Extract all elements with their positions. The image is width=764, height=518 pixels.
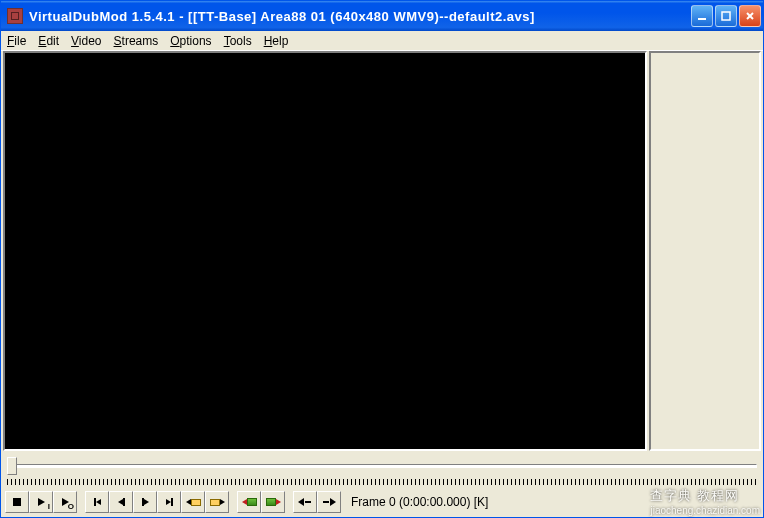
mark-in-button[interactable]	[293, 491, 317, 513]
close-icon	[745, 11, 755, 21]
menu-file[interactable]: File	[7, 34, 26, 48]
step-back-button[interactable]	[109, 491, 133, 513]
slider-track	[7, 464, 757, 468]
watermark: 查字典 教程网 jiaocheng.chazidian.com	[650, 487, 760, 516]
step-forward-icon	[142, 498, 149, 506]
svg-rect-1	[722, 12, 730, 20]
menu-tools[interactable]: Tools	[224, 34, 252, 48]
scene-next-icon	[266, 498, 281, 506]
step-back-icon	[118, 498, 125, 506]
stop-button[interactable]	[5, 491, 29, 513]
window-title: VirtualDubMod 1.5.4.1 - [[TT-Base] Area8…	[29, 9, 691, 24]
frame-status: Frame 0 (0:00:00.000) [K]	[351, 495, 488, 509]
titlebar[interactable]: VirtualDubMod 1.5.4.1 - [[TT-Base] Area8…	[1, 1, 763, 31]
transport-toolbar: I O Frame 0 (0:00:00.000) [K]	[3, 489, 761, 515]
next-scene-button[interactable]	[261, 491, 285, 513]
key-prev-icon	[186, 499, 201, 506]
svg-rect-0	[698, 18, 706, 20]
watermark-main: 查字典	[650, 488, 692, 503]
maximize-button[interactable]	[715, 5, 737, 27]
play-input-button[interactable]: I	[29, 491, 53, 513]
app-icon	[7, 8, 23, 24]
prev-scene-button[interactable]	[237, 491, 261, 513]
prev-keyframe-button[interactable]	[181, 491, 205, 513]
input-video-pane[interactable]	[3, 51, 647, 451]
close-button[interactable]	[739, 5, 761, 27]
window-controls	[691, 5, 761, 27]
minimize-button[interactable]	[691, 5, 713, 27]
slider-thumb[interactable]	[7, 457, 17, 475]
step-forward-button[interactable]	[133, 491, 157, 513]
go-start-button[interactable]	[85, 491, 109, 513]
mark-in-icon	[298, 498, 312, 506]
play-output-button[interactable]: O	[53, 491, 77, 513]
menu-video[interactable]: Video	[71, 34, 101, 48]
stop-icon	[13, 498, 21, 506]
input-subscript-icon: I	[48, 502, 50, 511]
go-start-icon	[94, 498, 101, 506]
watermark-tag: 教程网	[697, 488, 739, 503]
play-icon	[38, 498, 45, 506]
timeline-ticks	[7, 479, 757, 485]
go-end-icon	[166, 498, 173, 506]
key-next-icon	[210, 499, 225, 506]
timeline-slider[interactable]	[7, 457, 757, 477]
menu-streams[interactable]: Streams	[114, 34, 159, 48]
minimize-icon	[697, 11, 707, 21]
mark-out-button[interactable]	[317, 491, 341, 513]
maximize-icon	[721, 11, 731, 21]
app-window: VirtualDubMod 1.5.4.1 - [[TT-Base] Area8…	[0, 0, 764, 518]
client-area: I O Frame 0 (0:00:00.000) [K]	[1, 51, 763, 517]
next-keyframe-button[interactable]	[205, 491, 229, 513]
menubar: File Edit Video Streams Options Tools He…	[1, 31, 763, 51]
mark-out-icon	[322, 498, 336, 506]
menu-help[interactable]: Help	[264, 34, 289, 48]
go-end-button[interactable]	[157, 491, 181, 513]
scene-prev-icon	[242, 498, 257, 506]
viewports	[3, 51, 761, 451]
menu-edit[interactable]: Edit	[38, 34, 59, 48]
output-video-pane[interactable]	[649, 51, 761, 451]
output-subscript-icon: O	[68, 502, 74, 511]
watermark-sub: jiaocheng.chazidian.com	[650, 505, 760, 516]
menu-options[interactable]: Options	[170, 34, 211, 48]
